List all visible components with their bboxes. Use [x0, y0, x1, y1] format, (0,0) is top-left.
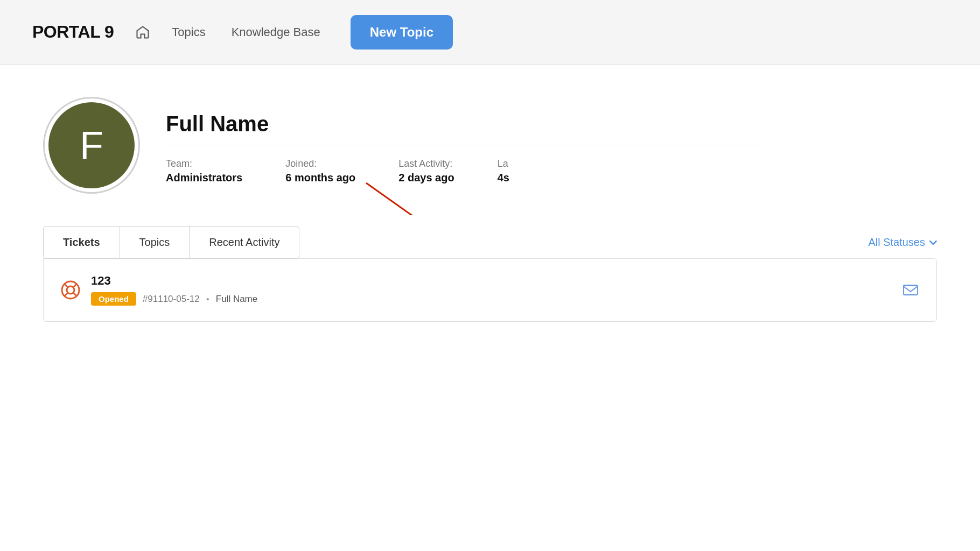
svg-rect-8: [904, 285, 918, 295]
joined-value: 6 months ago: [285, 172, 355, 184]
extra-label: La: [498, 158, 509, 169]
avatar-ring: F: [43, 97, 140, 194]
ticket-info: 123 Opened #91110-05-12 ● Full Name: [91, 274, 257, 306]
avatar-letter: F: [80, 123, 103, 167]
chevron-down-icon: [929, 239, 937, 246]
profile-info: Full Name Team: Administrators Joined: 6…: [166, 107, 758, 184]
envelope-icon[interactable]: [902, 281, 919, 299]
svg-line-1: [366, 183, 495, 215]
ticket-dot: ●: [206, 296, 209, 302]
team-label: Team:: [166, 158, 242, 169]
joined-info: Joined: 6 months ago: [285, 158, 355, 184]
ticket-right[interactable]: [902, 281, 919, 299]
all-statuses-button[interactable]: All Statuses: [868, 236, 937, 249]
content-section: Tickets Topics Recent Activity All Statu…: [0, 215, 980, 343]
ticket-type-icon: [61, 280, 80, 300]
svg-point-2: [62, 281, 79, 299]
team-info: Team: Administrators: [166, 158, 242, 184]
svg-line-6: [65, 293, 68, 296]
last-activity-info: Last Activity: 2 days ago: [398, 158, 454, 184]
tab-recent-activity[interactable]: Recent Activity: [190, 226, 299, 259]
joined-label: Joined:: [285, 158, 355, 169]
nav-topics[interactable]: Topics: [167, 23, 209, 41]
home-icon[interactable]: [135, 25, 150, 40]
new-topic-button[interactable]: New Topic: [351, 15, 453, 50]
tickets-list: 123 Opened #91110-05-12 ● Full Name: [43, 258, 937, 322]
ticket-user: Full Name: [216, 294, 257, 305]
last-activity-value: 2 days ago: [398, 172, 454, 184]
last-activity-label: Last Activity:: [398, 158, 454, 169]
tab-tickets[interactable]: Tickets: [43, 226, 120, 259]
extra-value: 4s: [498, 172, 509, 184]
svg-line-7: [73, 293, 76, 296]
svg-line-4: [65, 284, 68, 287]
ticket-number: #91110-05-12: [143, 294, 200, 305]
avatar-container: F: [43, 97, 140, 194]
profile-name: Full Name: [166, 112, 758, 145]
status-badge: Opened: [91, 292, 136, 306]
tab-topics[interactable]: Topics: [120, 226, 190, 259]
header: PORTAL 9 Topics Knowledge Base New Topic: [0, 0, 980, 65]
team-value: Administrators: [166, 172, 242, 184]
avatar: F: [48, 102, 135, 188]
profile-meta: Team: Administrators Joined: 6 months ag…: [166, 158, 758, 184]
profile-section: F Full Name Team: Administrators Joined:…: [0, 65, 980, 215]
logo: PORTAL 9: [32, 22, 114, 42]
nav-knowledge-base[interactable]: Knowledge Base: [227, 23, 325, 41]
ticket-meta: Opened #91110-05-12 ● Full Name: [91, 292, 257, 306]
extra-info: La 4s: [498, 158, 509, 184]
ticket-left: 123 Opened #91110-05-12 ● Full Name: [61, 274, 257, 306]
ticket-title: 123: [91, 274, 257, 288]
svg-point-3: [67, 286, 74, 294]
tabs-row: Tickets Topics Recent Activity All Statu…: [43, 226, 937, 259]
table-row: 123 Opened #91110-05-12 ● Full Name: [44, 259, 936, 321]
tabs-left: Tickets Topics Recent Activity: [43, 226, 299, 259]
svg-line-5: [73, 284, 76, 287]
